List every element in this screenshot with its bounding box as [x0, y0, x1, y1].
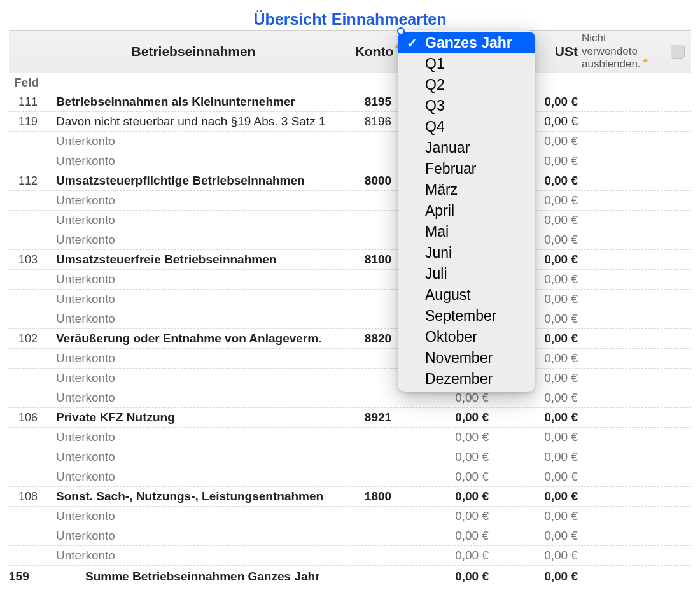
table-row-sub[interactable]: Unterkonto0,00 €: [9, 349, 691, 369]
table-row-main[interactable]: 106Private KFZ Nutzung89210,00 €0,00 €: [9, 408, 691, 428]
period-option[interactable]: Dezember: [398, 369, 535, 390]
table-row-sub[interactable]: Unterkonto0,00 €0,00 €: [9, 447, 691, 467]
cell-name: Davon nicht steuerbar und nach §19 Abs. …: [47, 115, 340, 129]
footer-brutto: 0,00 €: [416, 570, 493, 584]
hide-unused-checkbox[interactable]: [671, 45, 685, 59]
table-row-sub[interactable]: Unterkonto0,00 €: [9, 132, 691, 151]
table-row-main[interactable]: 108Sonst. Sach-, Nutzungs-, Leistungsent…: [9, 487, 691, 507]
footer-feld: 159: [9, 570, 47, 584]
table-row-main[interactable]: 119Davon nicht steuerbar und nach §19 Ab…: [9, 112, 691, 132]
table-row-sub[interactable]: Unterkonto0,00 €: [9, 309, 691, 329]
cell-feld: 108: [9, 490, 47, 503]
cell-name: Betriebseinnahmen als Kleinunternehmer: [47, 95, 340, 109]
cell-brutto: 0,00 €: [416, 411, 493, 425]
cell-name: Unterkonto: [47, 430, 340, 444]
cell-brutto: 0,00 €: [416, 450, 493, 464]
field-header-row: Feld: [9, 73, 691, 92]
table-row-main[interactable]: 102Veräußerung oder Entnahme von Anlagev…: [9, 329, 691, 349]
cell-ust: 0,00 €: [493, 529, 582, 543]
cell-feld: 102: [9, 332, 47, 346]
cell-ust: 0,00 €: [493, 549, 582, 563]
footer-label: Summe Betriebseinnahmen Ganzes Jahr: [47, 570, 340, 584]
period-option[interactable]: Februar: [398, 158, 535, 179]
table-row-sub[interactable]: Unterkonto0,00 €: [9, 211, 691, 230]
cell-ust: 0,00 €: [493, 489, 582, 503]
period-option[interactable]: Januar: [398, 137, 535, 158]
cell-brutto: 0,00 €: [416, 391, 493, 405]
cell-brutto: 0,00 €: [416, 430, 493, 444]
period-option[interactable]: Q1: [398, 53, 535, 74]
period-option[interactable]: April: [398, 200, 535, 221]
cell-ust: 0,00 €: [493, 470, 582, 484]
cell-name: Unterkonto: [47, 193, 340, 207]
cell-brutto: 0,00 €: [416, 549, 493, 563]
period-option[interactable]: Mai: [398, 221, 535, 242]
period-option[interactable]: September: [398, 306, 535, 327]
cell-name: Unterkonto: [47, 213, 340, 227]
table-row-sub[interactable]: Unterkonto0,00 €0,00 €: [9, 546, 691, 566]
cell-name: Veräußerung oder Entnahme von Anlageverm…: [47, 332, 340, 346]
cell-name: Unterkonto: [47, 470, 340, 484]
period-option[interactable]: November: [398, 348, 535, 369]
cell-ust: 0,00 €: [493, 391, 582, 405]
cell-name: Unterkonto: [47, 154, 340, 168]
footer-sum-row: 159 Summe Betriebseinnahmen Ganzes Jahr …: [9, 566, 691, 587]
period-option[interactable]: August: [398, 284, 535, 306]
cell-name: Unterkonto: [47, 371, 340, 385]
cell-feld: 112: [9, 174, 47, 188]
search-icon: [397, 27, 405, 35]
period-option[interactable]: Juli: [398, 263, 535, 284]
cell-name: Unterkonto: [47, 312, 340, 326]
cell-name: Unterkonto: [47, 134, 340, 148]
period-option[interactable]: Q2: [398, 74, 535, 95]
table-body: 111Betriebseinnahmen als Kleinunternehme…: [9, 92, 691, 566]
cell-feld: 119: [9, 115, 47, 129]
table-row-sub[interactable]: Unterkonto0,00 €: [9, 290, 691, 309]
table-row-main[interactable]: 111Betriebseinnahmen als Kleinunternehme…: [9, 92, 691, 112]
cell-konto: 8921: [340, 411, 416, 425]
table-row-sub[interactable]: Unterkonto0,00 €0,00 €: [9, 428, 691, 447]
table-row-sub[interactable]: Unterkonto0,00 €: [9, 191, 691, 211]
period-option[interactable]: März: [398, 179, 535, 200]
period-option[interactable]: Ganzes Jahr: [398, 32, 535, 53]
period-option[interactable]: Juni: [398, 242, 535, 263]
cell-ust: 0,00 €: [493, 411, 582, 425]
hide-unused-setting: Nicht verwendete ausblenden.: [582, 32, 696, 71]
cell-name: Unterkonto: [47, 529, 340, 543]
cell-feld: 103: [9, 253, 47, 267]
indicator-icon: [642, 58, 648, 62]
cell-name: Umsatzsteuerfreie Betriebseinnahmen: [47, 253, 340, 267]
table-row-sub[interactable]: Unterkonto0,00 €0,00 €: [9, 388, 691, 408]
table-row-sub[interactable]: Unterkonto0,00 €: [9, 230, 691, 250]
cell-ust: 0,00 €: [493, 430, 582, 444]
cell-name: Unterkonto: [47, 450, 340, 464]
col-header-name[interactable]: Betriebseinnahmen: [47, 44, 340, 59]
footer-ust: 0,00 €: [493, 570, 582, 584]
table-row-main[interactable]: 112Umsatzsteuerpflichtige Betriebseinnah…: [9, 171, 691, 191]
cell-name: Sonst. Sach-, Nutzungs-, Leistungsentnah…: [47, 489, 340, 503]
period-option[interactable]: Q3: [398, 95, 535, 116]
period-option[interactable]: Q4: [398, 116, 535, 137]
cell-brutto: 0,00 €: [416, 470, 493, 484]
cell-name: Unterkonto: [47, 509, 340, 523]
cell-name: Private KFZ Nutzung: [47, 411, 340, 425]
cell-name: Unterkonto: [47, 292, 340, 306]
cell-name: Umsatzsteuerpflichtige Betriebseinnahmen: [47, 174, 340, 188]
table-row-sub[interactable]: Unterkonto0,00 €0,00 €: [9, 526, 691, 546]
cell-ust: 0,00 €: [493, 450, 582, 464]
period-dropdown[interactable]: Ganzes JahrQ1Q2Q3Q4JanuarFebruarMärzApri…: [398, 30, 535, 392]
table-row-sub[interactable]: Unterkonto0,00 €: [9, 270, 691, 290]
hide-unused-label: Nicht verwendete ausblenden.: [582, 32, 664, 71]
cell-brutto: 0,00 €: [416, 529, 493, 543]
table-row-main[interactable]: 103Umsatzsteuerfreie Betriebseinnahmen81…: [9, 250, 691, 270]
table-header-row: Betriebseinnahmen Konto USt Nicht verwen…: [9, 30, 691, 73]
table-row-sub[interactable]: Unterkonto0,00 €0,00 €: [9, 467, 691, 487]
income-table: Betriebseinnahmen Konto USt Nicht verwen…: [9, 30, 691, 587]
period-option[interactable]: Oktober: [398, 327, 535, 348]
page-title: Übersicht Einnahmearten: [0, 0, 700, 30]
table-row-sub[interactable]: Unterkonto0,00 €0,00 €: [9, 507, 691, 526]
cell-feld: 106: [9, 411, 47, 425]
table-row-sub[interactable]: Unterkonto0,00 €: [9, 369, 691, 388]
table-row-sub[interactable]: Unterkonto0,00 €: [9, 151, 691, 171]
cell-brutto: 0,00 €: [416, 489, 493, 503]
